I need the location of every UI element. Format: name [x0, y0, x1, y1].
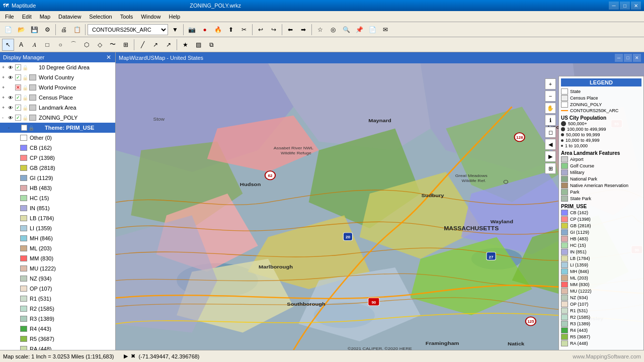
dm-layer-hc[interactable]: HC (15) [0, 193, 115, 203]
save-button[interactable]: 💾 [28, 24, 40, 36]
dm-layer-hb[interactable]: HB (483) [0, 183, 115, 193]
dm-layer-theme-prim-use[interactable]: - 🔒Theme: PRIM_USE [0, 123, 115, 133]
map-canvas[interactable]: 20 27 30 95 90 90 128 62 125 [116, 63, 644, 350]
next-extent[interactable]: ▶ [545, 151, 556, 162]
expand-icon[interactable]: + [2, 85, 7, 90]
expand-icon[interactable]: + [2, 75, 7, 80]
check-icon[interactable]: ✓ [15, 115, 21, 121]
dm-layer-grid[interactable]: +👁✓🔒10 Degree Grid Area [0, 62, 115, 72]
dm-layer-zoning-poly[interactable]: -👁✓🔒ZONING_POLY [0, 113, 115, 123]
dm-layer-mh[interactable]: MH (846) [0, 233, 115, 243]
back-button[interactable]: ⬅ [284, 24, 296, 36]
maximize-button[interactable]: □ [620, 2, 630, 10]
dm-layer-world-country[interactable]: +👁✓🔒World Country [0, 72, 115, 82]
forward-button[interactable]: ➡ [297, 24, 309, 36]
doc-button[interactable]: 📄 [366, 24, 378, 36]
map-minimize[interactable]: ─ [615, 54, 623, 62]
rect-tool[interactable]: □ [41, 39, 53, 51]
up-button[interactable]: ⬆ [225, 24, 237, 36]
new-button[interactable]: 📄 [2, 24, 14, 36]
dm-layer-r1[interactable]: R1 (531) [0, 294, 115, 304]
polyline-tool[interactable]: ↗ [149, 39, 162, 51]
expand-icon[interactable]: + [2, 95, 7, 100]
grid-tool[interactable]: ⊞ [120, 39, 132, 51]
dm-layer-r4[interactable]: R4 (443) [0, 324, 115, 334]
zoom-in-button[interactable]: + [545, 78, 556, 89]
minimize-button[interactable]: ─ [609, 2, 619, 10]
dm-layer-other[interactable]: Other (0) [0, 133, 115, 143]
undo-button[interactable]: ↩ [255, 24, 267, 36]
menu-edit[interactable]: Edit [18, 13, 36, 21]
pan-tool[interactable]: ✋ [545, 103, 556, 114]
map-close[interactable]: ✕ [633, 54, 641, 62]
visibility-icon[interactable]: 👁 [8, 65, 14, 70]
dm-layer-ra[interactable]: RA (448) [0, 344, 115, 350]
red-button[interactable]: ● [199, 24, 211, 36]
redo-button[interactable]: ↪ [268, 24, 280, 36]
check-icon[interactable] [21, 125, 27, 131]
zoom-out-button[interactable]: − [545, 90, 556, 102]
select-tool-map[interactable]: ◻ [545, 127, 556, 138]
layers-tool[interactable]: ⧉ [205, 39, 217, 51]
expand-icon[interactable]: - [2, 115, 7, 120]
cut-button[interactable]: ✂ [238, 24, 250, 36]
check-icon[interactable]: ✓ [15, 74, 21, 80]
line-tool[interactable]: ╱ [136, 39, 148, 51]
dm-layer-landmark-area[interactable]: +👁✓🔒Landmark Area [0, 103, 115, 113]
bookmark-button[interactable]: ☆ [314, 24, 326, 36]
dm-layer-r5[interactable]: R5 (3687) [0, 334, 115, 344]
select-tool[interactable]: ↖ [2, 39, 14, 51]
panel-tool[interactable]: ▨ [192, 39, 204, 51]
visibility-icon[interactable]: 👁 [8, 95, 14, 101]
dm-layer-r2[interactable]: R2 (1585) [0, 304, 115, 314]
menu-file[interactable]: File [1, 13, 18, 21]
dm-layer-mu[interactable]: MU (1222) [0, 263, 115, 274]
prev-extent[interactable]: ◀ [545, 139, 556, 150]
close-button[interactable]: ✕ [631, 2, 641, 10]
dm-layer-r3[interactable]: R3 (1389) [0, 314, 115, 324]
zoom-button[interactable]: 🔍 [340, 24, 352, 36]
polygon-tool[interactable]: ⬡ [80, 39, 93, 51]
dm-layer-in[interactable]: IN (851) [0, 203, 115, 213]
arc-tool[interactable]: ⌒ [67, 39, 79, 51]
info-tool[interactable]: ℹ [545, 115, 556, 126]
clipboard-button[interactable]: 📋 [71, 24, 83, 36]
text-tool[interactable]: A [15, 39, 27, 51]
star-tool[interactable]: ★ [179, 39, 191, 51]
dm-layer-gb[interactable]: GB (2818) [0, 163, 115, 173]
dm-layer-census-place[interactable]: +👁✓🔒Census Place [0, 93, 115, 103]
settings-button[interactable]: ⚙ [41, 24, 53, 36]
text2-tool[interactable]: 𝐴 [28, 39, 40, 51]
check-icon[interactable]: ✓ [15, 95, 21, 101]
visibility-icon[interactable]: 👁 [8, 75, 14, 80]
dm-layer-world-province[interactable]: + ✕🔒World Province [0, 82, 115, 93]
check-icon[interactable]: ✓ [15, 64, 21, 70]
menu-dataview[interactable]: Dataview [54, 13, 85, 21]
dm-layer-mm[interactable]: MM (830) [0, 253, 115, 263]
diamond-tool[interactable]: ◇ [94, 39, 106, 51]
print-button[interactable]: 🖨 [58, 24, 70, 36]
spline-tool[interactable]: ↗ [163, 39, 175, 51]
dm-layer-cb[interactable]: CB (162) [0, 143, 115, 153]
camera-button[interactable]: 📷 [186, 24, 198, 36]
menu-window[interactable]: Window [137, 13, 165, 21]
visibility-icon[interactable]: 👁 [8, 115, 14, 121]
dm-layer-op[interactable]: OP (107) [0, 284, 115, 294]
target-button[interactable]: ◎ [327, 24, 339, 36]
menu-selection[interactable]: Selection [85, 13, 116, 21]
dropdown-arrow[interactable]: ▼ [169, 24, 181, 36]
expand-icon[interactable]: - [8, 125, 13, 130]
menu-map[interactable]: Map [36, 13, 54, 21]
check-icon[interactable]: ✕ [15, 84, 21, 90]
map-maximize[interactable]: □ [624, 54, 632, 62]
dm-layer-lb[interactable]: LB (1784) [0, 213, 115, 223]
circle-tool[interactable]: ○ [54, 39, 66, 51]
menu-tools[interactable]: Tools [116, 13, 137, 21]
menu-help[interactable]: Help [165, 13, 184, 21]
layer-dropdown[interactable]: CONTOURS250K_ARC [88, 24, 168, 35]
dm-close-button[interactable]: ✕ [105, 54, 112, 61]
check-icon[interactable]: ✓ [15, 105, 21, 111]
dm-layer-ml[interactable]: ML (203) [0, 243, 115, 253]
open-button[interactable]: 📂 [15, 24, 27, 36]
dm-layer-gi[interactable]: GI (1129) [0, 173, 115, 183]
